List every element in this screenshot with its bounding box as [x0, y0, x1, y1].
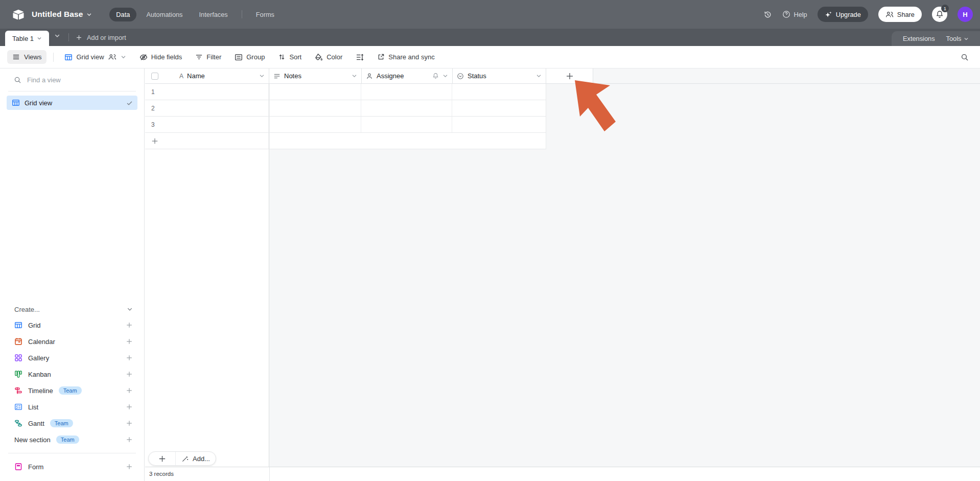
- plus-icon[interactable]: [126, 371, 133, 378]
- current-view-button[interactable]: Grid view: [60, 51, 130, 64]
- chevron-down-icon[interactable]: [352, 73, 357, 79]
- sidebar-view-grid-view[interactable]: Grid view: [7, 96, 137, 110]
- extensions-button[interactable]: Extensions: [903, 35, 935, 42]
- create-item-calendar[interactable]: Calendar: [0, 333, 144, 350]
- field-header-assignee[interactable]: Assignee: [362, 68, 453, 83]
- table-row[interactable]: 2: [145, 100, 546, 117]
- plus-icon[interactable]: [126, 354, 133, 361]
- status-bar-divider: [269, 467, 270, 481]
- plus-icon[interactable]: [126, 338, 133, 345]
- table-row[interactable]: 3: [145, 117, 546, 133]
- help-label: Help: [794, 11, 807, 18]
- chevron-down-icon[interactable]: [536, 73, 542, 79]
- tab-forms[interactable]: Forms: [249, 8, 281, 21]
- cell-notes[interactable]: [269, 84, 362, 100]
- cell-status[interactable]: [452, 100, 546, 116]
- search-icon[interactable]: [961, 53, 973, 61]
- add-or-import-label: Add or import: [87, 34, 126, 41]
- app-nav: Data Automations Interfaces Forms: [109, 8, 281, 21]
- cell-notes[interactable]: [269, 100, 362, 116]
- create-item-new-section[interactable]: New section Team: [0, 431, 144, 448]
- row-height-button[interactable]: [352, 51, 368, 64]
- create-item-gallery[interactable]: Gallery: [0, 350, 144, 366]
- single-select-icon: [457, 73, 464, 80]
- plus-icon[interactable]: [126, 420, 133, 427]
- add-with-ai-button[interactable]: Add...: [176, 452, 216, 465]
- question-circle-icon: [782, 10, 790, 18]
- base-name-menu[interactable]: Untitled Base: [32, 10, 92, 19]
- field-header-status[interactable]: Status: [453, 68, 546, 83]
- cell-status[interactable]: [452, 84, 546, 100]
- add-record-button[interactable]: [149, 452, 176, 465]
- share-button[interactable]: Share: [878, 7, 922, 22]
- help-button[interactable]: Help: [782, 10, 807, 18]
- row-height-icon: [356, 53, 364, 61]
- upgrade-button[interactable]: Upgrade: [818, 7, 868, 22]
- find-view-input[interactable]: [27, 76, 136, 84]
- hide-fields-button[interactable]: Hide fields: [135, 51, 186, 64]
- cell-assignee[interactable]: [361, 100, 452, 116]
- group-icon: [235, 53, 243, 61]
- create-item-gantt[interactable]: Gantt Team: [0, 415, 144, 431]
- cell-status[interactable]: [452, 117, 546, 132]
- views-button[interactable]: Views: [7, 50, 46, 64]
- tabbar-divider: [68, 33, 69, 41]
- create-item-timeline[interactable]: Timeline Team: [0, 382, 144, 399]
- grid-pane: A Name Notes Assignee: [145, 68, 980, 481]
- create-label: Create...: [14, 306, 40, 313]
- plus-icon: [151, 138, 158, 145]
- kanban-icon: [14, 370, 22, 378]
- add-row-button[interactable]: [145, 133, 546, 149]
- row-number: 3: [151, 121, 155, 128]
- group-button[interactable]: Group: [230, 51, 269, 64]
- create-item-grid[interactable]: Grid: [0, 317, 144, 333]
- grid-view-icon: [64, 53, 73, 61]
- chevron-down-icon[interactable]: [442, 73, 448, 79]
- color-button[interactable]: Color: [311, 51, 346, 64]
- topbar-right: Help Upgrade Share: [763, 7, 973, 22]
- chevron-down-icon: [127, 306, 133, 312]
- create-item-kanban[interactable]: Kanban: [0, 366, 144, 382]
- bell-icon[interactable]: [432, 73, 439, 79]
- plus-icon[interactable]: [126, 322, 133, 329]
- table-tab-table-1[interactable]: Table 1: [5, 31, 49, 46]
- history-icon[interactable]: [763, 10, 772, 19]
- plus-icon: [158, 455, 166, 463]
- plus-icon[interactable]: [126, 387, 133, 394]
- chevron-down-icon[interactable]: [259, 73, 265, 79]
- cell-assignee[interactable]: [361, 117, 452, 132]
- cell-notes[interactable]: [269, 117, 362, 132]
- tools-button[interactable]: Tools: [946, 35, 969, 42]
- table-row[interactable]: 1: [145, 84, 546, 100]
- chevron-down-icon: [37, 36, 42, 41]
- tab-interfaces[interactable]: Interfaces: [193, 8, 235, 21]
- plus-icon[interactable]: [126, 436, 133, 443]
- filter-button[interactable]: Filter: [191, 51, 225, 63]
- share-and-sync-button[interactable]: Share and sync: [373, 51, 438, 63]
- add-or-import-button[interactable]: Add or import: [76, 29, 126, 46]
- sort-button[interactable]: Sort: [274, 51, 306, 63]
- timeline-icon: [14, 386, 22, 395]
- avatar[interactable]: H: [958, 7, 973, 22]
- field-header-notes[interactable]: Notes: [269, 68, 362, 83]
- create-item-list[interactable]: List: [0, 399, 144, 415]
- plus-icon[interactable]: [126, 463, 133, 470]
- select-all-checkbox[interactable]: [151, 73, 158, 80]
- airtable-logo-icon[interactable]: [12, 9, 25, 20]
- tab-automations[interactable]: Automations: [139, 8, 189, 21]
- field-header-name[interactable]: A Name: [145, 68, 269, 83]
- add-field-button[interactable]: [546, 68, 593, 83]
- table-tab-label: Table 1: [12, 35, 34, 42]
- tab-data[interactable]: Data: [109, 8, 136, 21]
- magic-wand-icon: [181, 455, 189, 463]
- base-name: Untitled Base: [32, 10, 83, 19]
- create-section-header[interactable]: Create...: [0, 302, 144, 317]
- plus-icon[interactable]: [126, 403, 133, 410]
- tables-list-chevron[interactable]: [54, 33, 60, 39]
- notifications-button[interactable]: 1: [932, 7, 947, 22]
- create-section: Create... Grid Calendar: [0, 302, 144, 481]
- share-label: Share: [897, 11, 915, 18]
- create-item-form[interactable]: Form: [0, 459, 144, 475]
- sort-label: Sort: [289, 53, 301, 61]
- cell-assignee[interactable]: [361, 84, 452, 100]
